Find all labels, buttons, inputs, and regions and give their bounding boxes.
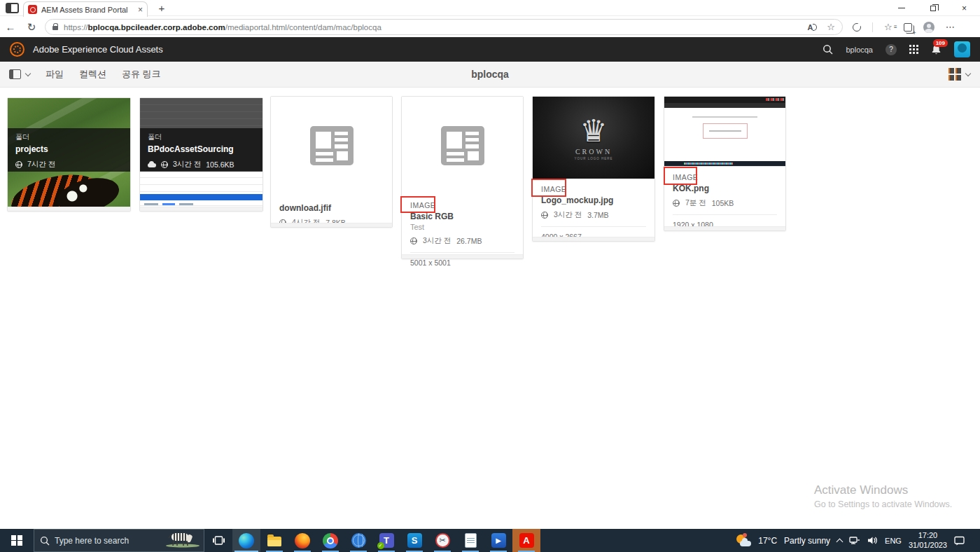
taskbar-app-firefox[interactable]: [288, 529, 316, 552]
taskbar-search[interactable]: [34, 529, 204, 552]
asset-dimensions: 5001 x 5001: [410, 258, 514, 267]
asset-time: 3시간 전: [554, 210, 582, 220]
taskbar-app-edge[interactable]: [232, 529, 260, 552]
task-view-button[interactable]: [204, 529, 232, 552]
volume-icon[interactable]: [867, 536, 878, 545]
window-close-button[interactable]: ×: [948, 0, 980, 16]
taskbar-app-movies[interactable]: ▶: [484, 529, 512, 552]
search-icon[interactable]: [822, 44, 833, 55]
url-text: https://bplocqa.bpcileader.corp.adobe.co…: [64, 23, 802, 32]
language-indicator[interactable]: ENG: [885, 537, 902, 545]
url-domain: bplocqa.bpcileader.corp.adobe.com: [88, 23, 225, 32]
asset-card-kok-png[interactable]: IMAGE KOK.png 7분 전 105KB 1920 x 1080: [664, 96, 786, 231]
chrome-icon: [323, 533, 338, 548]
asset-thumbnail: [271, 97, 392, 195]
folder-card-bpdocassetsourcing[interactable]: 폴더 BPdocAssetSourcing 3시간 전 105.6KB: [139, 97, 263, 212]
search-icon: [40, 536, 50, 546]
clock-time: 17:20: [909, 531, 947, 541]
refresh-button[interactable]: ↻: [21, 21, 42, 34]
taskbar-app-internet[interactable]: [344, 529, 372, 552]
favorites-icon[interactable]: ☆≡: [884, 22, 892, 32]
taskbar-app-skype[interactable]: S: [400, 529, 428, 552]
taskbar-app-snipping-tool[interactable]: ✂: [428, 529, 456, 552]
add-favorite-icon[interactable]: ☆: [827, 22, 835, 32]
menu-share-links[interactable]: 공유 링크: [122, 68, 161, 81]
asset-subtitle: Test: [410, 223, 514, 231]
browser-menu-icon[interactable]: ⋯: [946, 22, 955, 32]
asset-title: Logo_mockup.jpg: [541, 195, 646, 205]
browser-tab[interactable]: AEM Assets Brand Portal ×: [23, 1, 148, 17]
folder-card-projects[interactable]: 폴더 projects 7시간 전: [7, 97, 131, 212]
menu-collections[interactable]: 컬렉션: [79, 68, 106, 81]
adobe-experience-cloud-logo[interactable]: [10, 42, 24, 57]
activate-windows-watermark: Activate Windows Go to Settings to activ…: [814, 483, 952, 509]
screenshot-highlight-box: [703, 123, 748, 139]
taskbar-search-input[interactable]: [55, 536, 146, 546]
teams-icon: T✓: [379, 533, 394, 548]
back-button[interactable]: ←: [0, 21, 21, 33]
windows-logo-icon: [11, 535, 22, 546]
firefox-icon: [295, 533, 310, 548]
card-size: 105.6KB: [206, 160, 234, 169]
new-tab-button[interactable]: +: [155, 2, 169, 14]
user-avatar[interactable]: [954, 41, 970, 57]
content-rail-toggle-icon[interactable]: [9, 69, 21, 79]
weather-temperature[interactable]: 17°C: [758, 536, 777, 546]
apps-grid-icon[interactable]: [909, 45, 918, 54]
asset-time: 7분 전: [685, 198, 706, 208]
clock-date: 31/01/2023: [909, 541, 947, 551]
help-icon[interactable]: ?: [886, 44, 897, 55]
start-button[interactable]: [0, 529, 34, 552]
folder-thumbnail: 폴더 BPdocAssetSourcing 3시간 전 105.6KB: [140, 98, 262, 207]
asset-thumbnail: ♛ CROWN YOUR LOGO HERE: [533, 97, 654, 179]
tab-title: AEM Assets Brand Portal: [41, 6, 134, 14]
address-bar[interactable]: https://bplocqa.bpcileader.corp.adobe.co…: [45, 19, 843, 35]
globe-icon: [673, 200, 680, 207]
taskbar-app-file-explorer[interactable]: [260, 529, 288, 552]
collections-icon[interactable]: [904, 23, 912, 32]
taskbar-clock[interactable]: 17:20 31/01/2023: [909, 531, 947, 551]
notification-count-badge: 109: [933, 39, 948, 47]
window-restore-button[interactable]: [917, 0, 948, 16]
placeholder-document-icon: [441, 126, 484, 165]
adobe-icon: A: [519, 533, 534, 548]
tab-close-icon[interactable]: ×: [138, 5, 143, 15]
taskbar-app-teams[interactable]: T✓: [372, 529, 400, 552]
asset-size: 26.7MB: [456, 237, 482, 245]
teams-letter: T: [384, 535, 389, 546]
browser-essentials-icon[interactable]: [853, 23, 861, 32]
url-path: /mediaportal.html/content/dam/mac/bplocq…: [225, 23, 382, 32]
browser-profile-avatar[interactable]: [923, 22, 934, 33]
taskbar-app-notepad[interactable]: [456, 529, 484, 552]
read-aloud-icon[interactable]: A: [807, 23, 817, 32]
tab-actions-icon[interactable]: [6, 3, 19, 13]
weather-icon[interactable]: [736, 534, 751, 546]
asset-card-basic-rgb[interactable]: IMAGE Basic RGB Test 3시간 전 26.7MB 5001 x…: [401, 96, 524, 259]
taskbar-app-adobe[interactable]: A: [512, 529, 540, 552]
window-minimize-button[interactable]: [886, 0, 917, 16]
notifications-bell-icon[interactable]: 109: [931, 44, 941, 55]
asset-grid: 폴더 projects 7시간 전 폴더: [0, 88, 980, 529]
hidden-icons-chevron-icon[interactable]: [836, 539, 844, 546]
assets-toolbar: 파일 컬렉션 공유 링크 bplocqa: [0, 62, 980, 88]
asset-type-badge: IMAGE: [541, 185, 646, 193]
rail-chevron-down-icon[interactable]: [25, 71, 31, 76]
asset-title: Basic RGB: [410, 212, 514, 221]
tenant-label[interactable]: bplocqa: [846, 46, 873, 54]
view-switcher[interactable]: [948, 68, 970, 81]
asset-card-logo-mockup[interactable]: ♛ CROWN YOUR LOGO HERE IMAGE Logo_mockup…: [532, 96, 655, 242]
asset-card-download-jfif[interactable]: download.jfif 4시간 전 7.8KB: [270, 96, 393, 228]
menu-files[interactable]: 파일: [46, 68, 64, 81]
placeholder-document-icon: [310, 126, 354, 165]
search-highlight-zebra-image[interactable]: [163, 528, 202, 551]
watermark-line2: Go to Settings to activate Windows.: [814, 499, 952, 509]
file-explorer-icon: [267, 537, 281, 546]
action-center-icon[interactable]: [954, 536, 965, 546]
folder-thumbnail: 폴더 projects 7시간 전: [8, 98, 130, 207]
asset-type-badge: IMAGE: [673, 173, 777, 181]
weather-condition[interactable]: Partly sunny: [784, 536, 830, 546]
network-icon[interactable]: [849, 536, 860, 545]
taskbar-app-chrome[interactable]: [316, 529, 344, 552]
crown-brand-text: CROWN: [575, 148, 612, 156]
skype-icon: S: [407, 533, 422, 548]
